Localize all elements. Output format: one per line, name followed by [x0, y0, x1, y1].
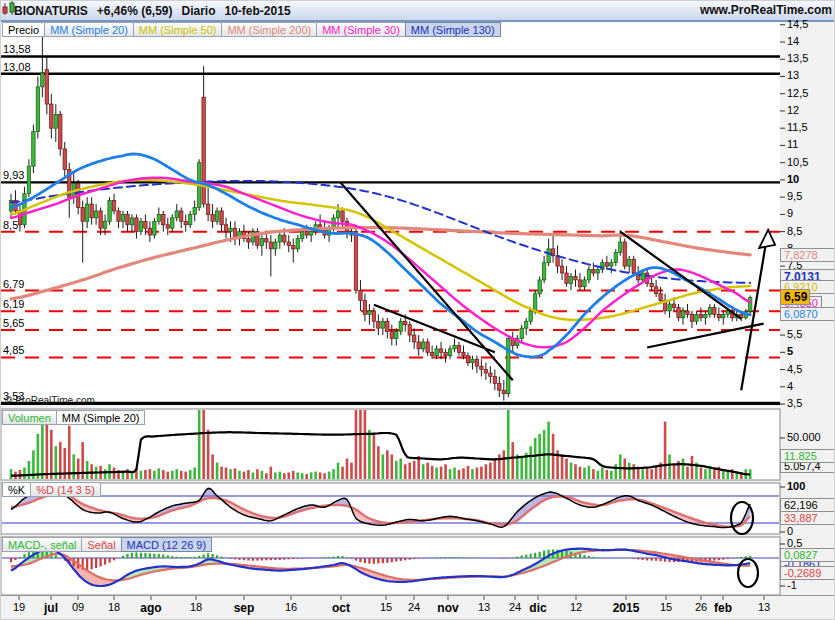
chart-canvas[interactable]	[1, 1, 835, 620]
chart-window: BIONATURIS +6,46% (6,59) Diario 10-feb-2…	[0, 0, 835, 620]
price-axis-tick-20: 4,5	[787, 363, 802, 375]
price-axis-tick-10: 9,5	[787, 190, 802, 202]
stoch-tag-0: 62,196	[780, 498, 835, 512]
date-tick-18: 26	[695, 601, 707, 613]
date-tick-14: dic	[529, 601, 546, 615]
stoch-axis-tick-0: 100	[787, 480, 805, 492]
date-tick-20: 13	[758, 601, 770, 613]
price-indicator-tabs-tab-4[interactable]: MM (Simple 30)	[316, 22, 406, 37]
price-line-label-5: 6,19	[3, 298, 24, 310]
price-line-label-6: 5,65	[3, 317, 24, 329]
date-tick-11: nov	[437, 601, 458, 615]
date-tick-3: 18	[108, 601, 120, 613]
macd-indicator-tabs-tab-2[interactable]: MACD (12 26 9)	[121, 537, 212, 552]
stoch-indicator-tabs-tab-0[interactable]: %K	[2, 482, 31, 497]
date-tick-1: jul	[44, 601, 58, 615]
price-axis-tick-2: 13,5	[787, 52, 808, 64]
price-indicator-tabs-tab-5[interactable]: MM (Simple 130)	[405, 22, 501, 37]
volume-axis-tick-0: 50.000	[787, 431, 821, 443]
date-tick-2: 09	[72, 601, 84, 613]
price-line-label-7: 4,85	[3, 344, 24, 356]
price-line-label-1: 13,08	[3, 61, 31, 73]
macd-indicator-tabs: MACD-, señalSeñalMACD (12 26 9)	[2, 537, 211, 555]
price-line-label-3: 8,5	[3, 219, 18, 231]
price-axis-tick-1: 14	[787, 35, 799, 47]
watermark: © ProRealTime.com	[5, 395, 95, 406]
price-axis-tick-7: 11	[787, 138, 798, 150]
price-axis-tick-6: 11,5	[787, 121, 808, 133]
stoch-indicator-tabs-tab-1[interactable]: %D (14 3 5)	[30, 482, 101, 497]
date-tick-0: 19	[13, 601, 25, 613]
price-axis-tick-8: 10,5	[787, 156, 808, 168]
stoch-axis-tick-1: 0	[787, 525, 793, 537]
price-axis-tick-0: 14,5	[787, 18, 808, 30]
volume-indicator-tabs: VolumenMM (Simple 20)	[2, 410, 144, 428]
price-axis-tick-3: 13	[787, 69, 799, 81]
price-axis-tick-11: 9	[787, 207, 793, 219]
macd-tag-2: -0,2689	[780, 566, 835, 580]
date-tick-19: feb	[714, 601, 732, 615]
date-tick-15: 12	[570, 601, 582, 613]
price-line-label-0: 13,58	[3, 43, 31, 55]
price-line-label-4: 6,79	[3, 278, 24, 290]
price-axis-tick-9: 10	[787, 173, 799, 185]
price-indicator-tabs-tab-2[interactable]: MM (Simple 50)	[133, 22, 223, 37]
price-tag-1: 7,8278	[780, 248, 835, 262]
price-axis-tick-18: 5,5	[787, 328, 802, 340]
date-tick-5: 18	[190, 601, 202, 613]
date-tick-8: oct	[332, 601, 350, 615]
price-axis-tick-21: 4	[787, 380, 793, 392]
date-tick-16: 2015	[613, 601, 640, 615]
price-axis-tick-19: 5	[787, 345, 793, 357]
macd-axis-tick-1: -1	[787, 579, 797, 591]
price-axis-tick-4: 12,5	[787, 87, 808, 99]
date-tick-13: 24	[509, 601, 521, 613]
volume-indicator-tabs-tab-0[interactable]: Volumen	[2, 410, 57, 425]
price-axis-tick-5: 12	[787, 104, 799, 116]
price-tag-last: 6,59	[780, 289, 810, 305]
date-tick-6: sep	[234, 601, 255, 615]
date-tick-10: 24	[408, 601, 420, 613]
price-indicator-tabs-tab-3[interactable]: MM (Simple 200)	[221, 22, 317, 37]
stoch-indicator-tabs: %K%D (14 3 5)	[2, 482, 100, 500]
price-tag-5: 6,0870	[780, 307, 835, 321]
price-axis-tick-12: 8,5	[787, 225, 802, 237]
macd-tag-1: 0,0827	[780, 548, 835, 562]
price-indicator-tabs-tab-0[interactable]: Precio	[2, 22, 45, 37]
price-line-label-2: 9,93	[3, 169, 24, 181]
date-tick-7: 16	[285, 601, 297, 613]
date-tick-17: 15	[660, 601, 672, 613]
macd-indicator-tabs-tab-0[interactable]: MACD-, señal	[2, 537, 82, 552]
volume-indicator-tabs-tab-1[interactable]: MM (Simple 20)	[56, 410, 146, 425]
macd-indicator-tabs-tab-1[interactable]: Señal	[81, 537, 121, 552]
price-indicator-tabs-tab-1[interactable]: MM (Simple 20)	[44, 22, 134, 37]
price-axis-tick-22: 3,5	[787, 397, 802, 409]
volume-tag-1: 11.825	[780, 449, 835, 463]
date-tick-9: 15	[380, 601, 392, 613]
stoch-tag-1: 33,887	[780, 511, 835, 525]
date-tick-4: ago	[140, 601, 161, 615]
date-tick-12: 13	[478, 601, 490, 613]
price-indicator-tabs: PrecioMM (Simple 20)MM (Simple 50)MM (Si…	[2, 22, 500, 40]
